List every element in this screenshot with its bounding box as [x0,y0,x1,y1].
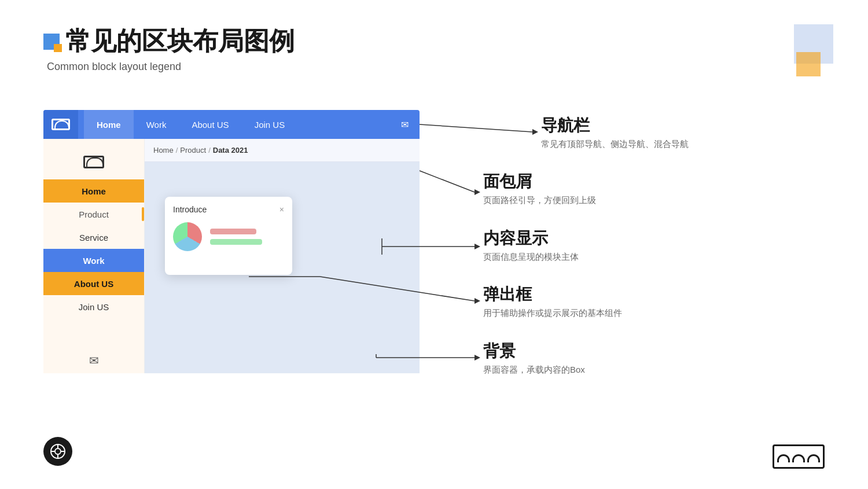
ann-navbar-title: 导航栏 [541,115,689,137]
page-title-cn: 常见的区块布局图例 [43,24,295,58]
ann-breadcrumb-desc: 页面路径引导，方便回到上级 [483,195,596,206]
nav-item-join[interactable]: Join US [242,110,298,139]
title-cn-text: 常见的区块布局图例 [65,24,295,58]
ann-breadcrumb-title: 面包屑 [483,171,596,193]
nav-items: Home Work About US Join US [78,110,394,139]
annotation-background: 背景 界面容器，承载内容的Box [483,340,585,376]
diagram-container: Home Work About US Join US ✉ Home Produc… [43,110,425,373]
svg-line-2 [420,171,475,192]
annotation-content: 内容显示 页面信息呈现的模块主体 [483,227,579,263]
ann-content-title: 内容显示 [483,227,579,249]
ann-bg-title: 背景 [483,340,585,362]
ann-navbar-desc: 常见有顶部导航、侧边导航、混合导航 [541,139,689,150]
title-en-text: Common block layout legend [47,61,295,73]
modal-popup: Introduce × [165,197,292,275]
modal-header: Introduce × [173,205,284,214]
nav-email-icon[interactable]: ✉ [394,110,415,139]
nav-item-about[interactable]: About US [179,110,241,139]
svg-marker-3 [475,189,480,195]
nav-bar: Home Work About US Join US ✉ [43,110,420,139]
annotation-navbar: 导航栏 常见有顶部导航、侧边导航、混合导航 [541,115,689,150]
breadcrumb-sep-1: / [176,146,178,155]
svg-line-0 [420,124,532,132]
deco-squares [781,24,833,76]
logo-arch-1 [777,454,790,462]
title-icon [43,34,60,50]
breadcrumb-home[interactable]: Home [153,146,174,155]
modal-body [173,222,284,251]
nav-item-home[interactable]: Home [84,110,134,139]
logo-arch-3 [807,454,820,462]
svg-marker-1 [532,129,538,135]
logo-symbol [777,451,820,462]
sidebar-logo-symbol [83,156,104,168]
modal-line-1 [210,229,256,234]
modal-lines [210,229,262,245]
sidebar-item-work[interactable]: Work [43,249,144,272]
nav-logo [43,110,78,139]
breadcrumb-sep-2: / [208,146,211,155]
svg-point-14 [55,448,61,454]
sidebar-item-home[interactable]: Home [43,179,144,203]
bottom-logo-icon [50,443,66,459]
ann-popup-desc: 用于辅助操作或提示展示的基本组件 [483,308,622,319]
svg-marker-12 [475,355,480,361]
nav-item-work[interactable]: Work [134,110,179,139]
sidebar-item-product[interactable]: Product [43,203,144,226]
annotation-popup: 弹出框 用于辅助操作或提示展示的基本组件 [483,284,622,319]
sidebar-logo [76,148,111,177]
bottom-right-logo [773,444,825,469]
sidebar-item-about[interactable]: About US [43,272,144,295]
deco-orange-square [796,52,821,76]
modal-line-2 [210,239,262,245]
sidebar-bottom: ✉ [43,354,144,367]
breadcrumb-bar: Home / Product / Data 2021 [145,139,420,162]
modal-chart-circle [173,222,202,251]
bottom-left-logo [43,437,72,466]
sidebar-item-join[interactable]: Join US [43,295,144,318]
svg-marker-6 [475,244,480,249]
annotation-breadcrumb: 面包屑 页面路径引导，方便回到上级 [483,171,596,206]
breadcrumb-product[interactable]: Product [180,146,206,155]
sidebar: Home Product Service Work About US Join … [43,139,145,373]
sidebar-email-icon[interactable]: ✉ [89,354,99,367]
nav-logo-symbol [52,119,70,130]
ann-bg-desc: 界面容器，承载内容的Box [483,365,585,376]
modal-title: Introduce [173,205,207,214]
logo-arch-2 [792,454,805,462]
ann-popup-title: 弹出框 [483,284,622,306]
breadcrumb-data2021: Data 2021 [213,146,248,155]
page-header: 常见的区块布局图例 Common block layout legend [43,24,295,73]
svg-marker-9 [475,298,480,304]
ann-content-desc: 页面信息呈现的模块主体 [483,252,579,263]
sidebar-item-service[interactable]: Service [43,226,144,249]
modal-close-button[interactable]: × [279,205,284,214]
